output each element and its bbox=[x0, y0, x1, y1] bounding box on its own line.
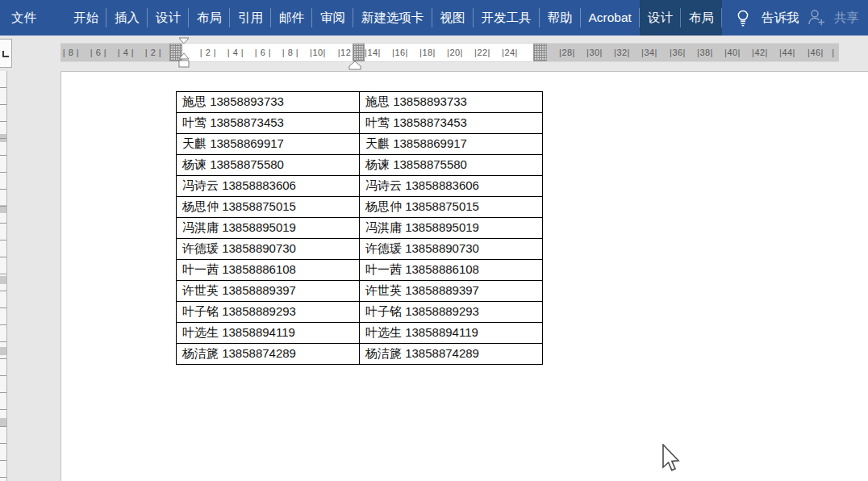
table-cell[interactable]: 叶选生 13858894119 bbox=[177, 323, 360, 344]
table-cell[interactable]: 叶莺 13858873453 bbox=[360, 113, 543, 134]
contacts-table: 施思 13858893733施思 13858893733叶莺 138588734… bbox=[176, 91, 543, 365]
contact-phone: 13858874289 bbox=[222, 346, 296, 360]
tab-design[interactable]: 设计 bbox=[148, 0, 189, 36]
table-row: 许德瑗 13858890730许德瑗 13858890730 bbox=[177, 239, 543, 260]
table-column-marker-middle[interactable] bbox=[353, 44, 365, 61]
contact-name: 杨洁篪 bbox=[182, 346, 219, 360]
contact-phone: 13858894119 bbox=[405, 325, 478, 339]
contact-phone: 13858889397 bbox=[222, 283, 296, 297]
contact-phone: 13858889397 bbox=[405, 283, 479, 297]
tab-table-design[interactable]: 设计 bbox=[640, 0, 681, 36]
left-indent-marker[interactable] bbox=[178, 60, 190, 68]
ribbon-tabs: 开始 插入 设计 布局 引用 邮件 审阅 新建选项卡 视图 开发工具 帮助 Ac… bbox=[65, 0, 640, 36]
contact-name: 天麒 bbox=[365, 136, 390, 150]
ruler-mark: |14| bbox=[365, 44, 381, 61]
table-row: 杨洁篪 13858874289杨洁篪 13858874289 bbox=[177, 344, 543, 365]
table-cell[interactable]: 许德瑗 13858890730 bbox=[360, 239, 543, 260]
contact-phone: 13858883606 bbox=[405, 178, 479, 192]
share-button[interactable]: 共享 bbox=[807, 0, 859, 36]
contact-name: 许世英 bbox=[365, 283, 402, 297]
tab-review[interactable]: 审阅 bbox=[312, 0, 353, 36]
tab-mailings[interactable]: 邮件 bbox=[271, 0, 312, 36]
tab-stop-selector[interactable] bbox=[0, 39, 12, 68]
table-cell[interactable]: 叶莺 13858873453 bbox=[177, 113, 360, 134]
contact-name: 杨谏 bbox=[365, 157, 390, 171]
contact-phone: 13858886108 bbox=[405, 262, 479, 276]
table-cell[interactable]: 施思 13858893733 bbox=[360, 92, 543, 113]
table-cell[interactable]: 叶子铭 13858889293 bbox=[177, 302, 360, 323]
table-cell[interactable]: 叶子铭 13858889293 bbox=[360, 302, 543, 323]
tab-insert[interactable]: 插入 bbox=[106, 0, 148, 36]
contact-phone: 13858893733 bbox=[393, 94, 467, 108]
contact-name: 叶一茜 bbox=[182, 262, 219, 276]
contact-phone: 13858869917 bbox=[210, 136, 284, 150]
tab-new-tab[interactable]: 新建选项卡 bbox=[353, 0, 432, 36]
contact-name: 叶子铭 bbox=[365, 304, 402, 318]
ribbon-tab-bar: 文件 开始 插入 设计 布局 引用 邮件 审阅 新建选项卡 视图 开发工具 帮助… bbox=[0, 0, 868, 36]
table-cell[interactable]: 冯淇庸 13858895019 bbox=[177, 218, 360, 239]
contact-phone: 13858889293 bbox=[222, 304, 296, 318]
contact-name: 杨洁篪 bbox=[365, 346, 402, 360]
table-column-move-marker[interactable] bbox=[348, 61, 361, 70]
table-cell[interactable]: 杨洁篪 13858874289 bbox=[360, 344, 543, 365]
contact-phone: 13858895019 bbox=[222, 220, 296, 234]
tab-references[interactable]: 引用 bbox=[230, 0, 271, 36]
ruler-mark: |24| bbox=[502, 44, 518, 61]
horizontal-ruler[interactable]: | 8 || 6 || 4 || 2 || 2 || 4 || 6 || 8 |… bbox=[61, 43, 839, 62]
table-row: 叶子铭 13858889293叶子铭 13858889293 bbox=[177, 302, 543, 323]
table-cell[interactable]: 杨谏 13858875580 bbox=[360, 155, 543, 176]
tab-help[interactable]: 帮助 bbox=[540, 0, 581, 36]
tab-home[interactable]: 开始 bbox=[65, 0, 106, 36]
tab-view[interactable]: 视图 bbox=[432, 0, 474, 36]
tab-acrobat[interactable]: Acrobat bbox=[581, 0, 640, 36]
table-cell[interactable]: 叶一茜 13858886108 bbox=[177, 260, 360, 281]
table-cell[interactable]: 杨谏 13858875580 bbox=[177, 155, 360, 176]
contact-phone: 13858873453 bbox=[393, 115, 467, 129]
contact-phone: 13858875015 bbox=[405, 199, 479, 213]
table-column-marker-right[interactable] bbox=[533, 44, 547, 61]
ruler-mark: | 2 | bbox=[145, 44, 161, 61]
contact-phone: 13858875580 bbox=[393, 157, 467, 171]
first-line-indent-marker[interactable] bbox=[178, 37, 190, 44]
hanging-indent-marker[interactable] bbox=[178, 52, 190, 60]
table-row: 叶莺 13858873453叶莺 13858873453 bbox=[177, 113, 543, 134]
table-cell[interactable]: 许世英 13858889397 bbox=[360, 281, 543, 302]
contact-name: 叶选生 bbox=[365, 325, 402, 339]
contact-name: 叶一茜 bbox=[365, 262, 402, 276]
contact-name: 冯诗云 bbox=[365, 178, 402, 192]
table-tools-tab-group: 设计 布局 bbox=[640, 0, 722, 36]
table-cell[interactable]: 许世英 13858889397 bbox=[177, 281, 360, 302]
table-cell[interactable]: 叶一茜 13858886108 bbox=[360, 260, 543, 281]
table-row: 叶选生 13858894119叶选生 13858894119 bbox=[177, 323, 543, 344]
tab-table-layout[interactable]: 布局 bbox=[681, 0, 722, 36]
document-page[interactable]: 施思 13858893733施思 13858893733叶莺 138588734… bbox=[61, 71, 868, 481]
vertical-ruler[interactable] bbox=[0, 71, 7, 481]
ruler-mark: |20| bbox=[447, 44, 463, 61]
contact-phone: 13858869917 bbox=[393, 136, 467, 150]
table-cell[interactable]: 冯诗云 13858883606 bbox=[177, 176, 360, 197]
contact-name: 施思 bbox=[365, 94, 390, 108]
table-cell[interactable]: 叶选生 13858894119 bbox=[360, 323, 543, 344]
table-cell[interactable]: 冯淇庸 13858895019 bbox=[360, 218, 543, 239]
lightbulb-icon bbox=[735, 9, 751, 27]
table-cell[interactable]: 许德瑗 13858890730 bbox=[177, 239, 360, 260]
table-cell[interactable]: 天麒 13858869917 bbox=[360, 134, 543, 155]
tab-file[interactable]: 文件 bbox=[0, 0, 48, 36]
table-row: 杨思仲 13858875015杨思仲 13858875015 bbox=[177, 197, 543, 218]
ruler-mark: | 8 | bbox=[282, 44, 298, 61]
contact-phone: 13858875015 bbox=[222, 199, 296, 213]
table-cell[interactable]: 杨洁篪 13858874289 bbox=[177, 344, 360, 365]
ruler-mark: | 6 | bbox=[90, 44, 106, 61]
table-cell[interactable]: 天麒 13858869917 bbox=[177, 134, 360, 155]
table-cell[interactable]: 杨思仲 13858875015 bbox=[177, 197, 360, 218]
share-label: 共享 bbox=[834, 10, 859, 27]
table-cell[interactable]: 施思 13858893733 bbox=[177, 92, 360, 113]
tell-me-button[interactable]: 告诉我 bbox=[735, 0, 799, 36]
contact-phone: 13858890730 bbox=[222, 241, 296, 255]
tab-developer[interactable]: 开发工具 bbox=[474, 0, 540, 36]
ruler-mark: |18| bbox=[419, 44, 436, 61]
tab-layout[interactable]: 布局 bbox=[189, 0, 230, 36]
table-cell[interactable]: 杨思仲 13858875015 bbox=[360, 197, 543, 218]
table-cell[interactable]: 冯诗云 13858883606 bbox=[360, 176, 543, 197]
contact-name: 杨思仲 bbox=[365, 199, 402, 213]
